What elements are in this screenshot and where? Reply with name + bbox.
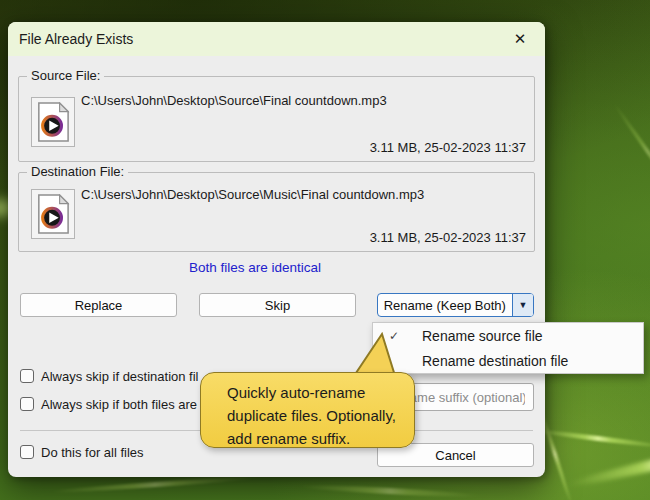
destination-file-meta: 3.11 MB, 25-02-2023 11:37: [370, 230, 526, 245]
dialog-titlebar: File Already Exists ✕: [8, 22, 545, 56]
dialog-title: File Already Exists: [19, 22, 133, 56]
source-file-label: Source File:: [27, 68, 104, 83]
media-file-icon: [31, 97, 75, 147]
menu-item-rename-destination[interactable]: Rename destination file: [373, 349, 643, 374]
option-skip-destination[interactable]: Always skip if destination fil: [20, 368, 199, 384]
grass-blade: [612, 102, 650, 203]
menu-item-label: Rename source file: [422, 328, 543, 344]
source-file-meta: 3.11 MB, 25-02-2023 11:37: [370, 140, 526, 155]
grass-blade: [50, 475, 260, 495]
rename-dropdown-menu: ✓ Rename source file Rename destination …: [372, 322, 644, 374]
menu-item-label: Rename destination file: [422, 353, 568, 369]
dropdown-arrow-icon[interactable]: ▼: [513, 294, 533, 316]
checkbox-unchecked[interactable]: [20, 397, 34, 411]
rename-keep-both-button[interactable]: Rename (Keep Both) ▼: [377, 293, 534, 317]
grass-blade: [300, 483, 480, 498]
skip-button[interactable]: Skip: [199, 293, 356, 317]
files-identical-status: Both files are identical: [8, 260, 502, 275]
desktop-wallpaper: File Already Exists ✕ Source File:: [0, 0, 650, 500]
option-do-all-label: Do this for all files: [41, 445, 144, 460]
rename-button-label[interactable]: Rename (Keep Both): [378, 294, 512, 316]
menu-item-rename-source[interactable]: ✓ Rename source file: [373, 324, 643, 349]
media-file-icon: [31, 189, 75, 239]
close-icon[interactable]: ✕: [505, 22, 535, 56]
destination-file-group: Destination File: C:\Users\John\Desktop\…: [18, 172, 535, 252]
tooltip-text: Quickly auto-rename duplicate files. Opt…: [201, 373, 414, 450]
option-do-all[interactable]: Do this for all files: [20, 444, 144, 460]
checkbox-unchecked[interactable]: [20, 369, 34, 383]
tooltip-bubble: Quickly auto-rename duplicate files. Opt…: [200, 372, 415, 448]
checkbox-unchecked[interactable]: [20, 445, 34, 459]
option-skip-destination-label: Always skip if destination fil: [41, 369, 199, 384]
source-file-path: C:\Users\John\Desktop\Source\Final count…: [81, 93, 387, 108]
source-file-group: Source File: C:\Users\John\Desktop\Sourc…: [18, 76, 535, 162]
option-skip-identical[interactable]: Always skip if both files are: [20, 396, 197, 412]
destination-file-label: Destination File:: [27, 164, 128, 179]
destination-file-path: C:\Users\John\Desktop\Source\Music\Final…: [81, 187, 424, 202]
option-skip-identical-label: Always skip if both files are: [41, 397, 197, 412]
replace-button[interactable]: Replace: [20, 293, 177, 317]
